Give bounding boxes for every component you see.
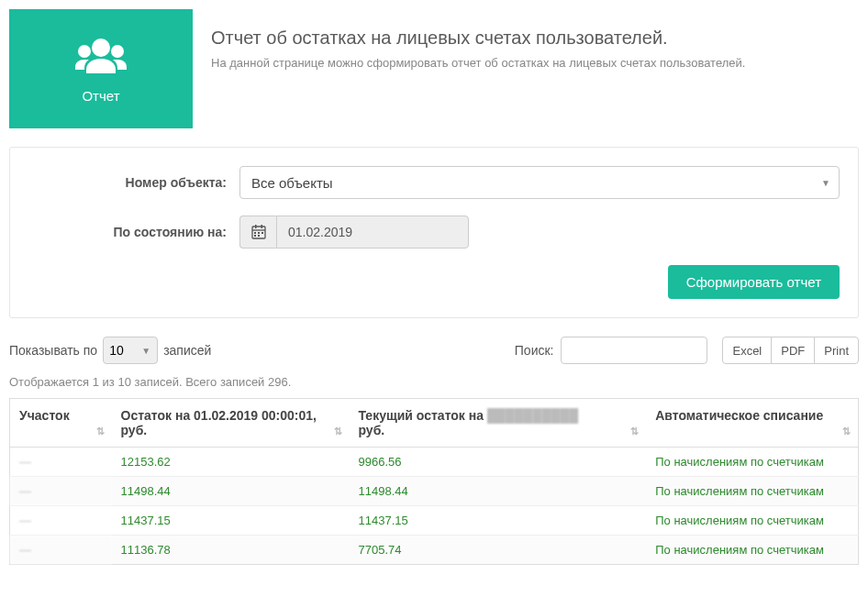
balances-table: Участок⇅ Остаток на 01.02.2019 00:00:01,… [9, 398, 859, 565]
sort-icon: ⇅ [842, 426, 851, 437]
search-label: Поиск: [515, 343, 554, 358]
svg-rect-6 [261, 225, 262, 228]
col-balance-at[interactable]: Остаток на 01.02.2019 00:00:01, руб.⇅ [112, 399, 350, 448]
table-row[interactable]: —11498.4411498.44По начислениям по счетч… [10, 477, 859, 506]
svg-rect-7 [254, 232, 256, 234]
report-icon-box: Отчет [9, 9, 193, 128]
cell-balance-at: 11437.15 [112, 506, 350, 536]
col-auto-writeoff[interactable]: Автоматическое списание⇅ [646, 399, 858, 448]
cell-balance-now: 11498.44 [350, 477, 647, 506]
svg-rect-11 [258, 235, 260, 237]
length-prefix: Показывать по [9, 343, 97, 358]
export-pdf-button[interactable]: PDF [771, 337, 815, 364]
cell-mode: По начислениям по счетчикам [646, 477, 858, 506]
cell-balance-at: 11136.78 [112, 536, 350, 565]
cell-mode: По начислениям по счетчикам [646, 506, 858, 536]
export-excel-button[interactable]: Excel [722, 337, 772, 364]
object-select[interactable]: Все объекты [239, 166, 840, 199]
sort-icon: ⇅ [96, 426, 105, 437]
svg-point-2 [111, 45, 124, 58]
cell-plot: — [10, 448, 112, 477]
cell-mode: По начислениям по счетчикам [646, 448, 858, 477]
length-suffix: записей [163, 343, 211, 358]
table-info: Отображается 1 из 10 записей. Всего запи… [9, 375, 859, 389]
col-balance-now[interactable]: Текущий остаток на ██████████руб.⇅ [350, 399, 647, 448]
svg-rect-9 [262, 232, 263, 234]
col-plot[interactable]: Участок⇅ [10, 399, 112, 448]
cell-balance-now: 9966.56 [350, 448, 647, 477]
object-label: Номер объекта: [28, 175, 239, 190]
svg-rect-8 [258, 232, 260, 234]
table-row[interactable]: —12153.629966.56По начислениям по счетчи… [10, 448, 859, 477]
cell-plot: — [10, 477, 112, 506]
svg-rect-10 [254, 235, 256, 237]
sort-icon: ⇅ [630, 426, 639, 437]
cell-balance-at: 12153.62 [112, 448, 350, 477]
page-subtitle: На данной странице можно сформировать от… [211, 56, 859, 70]
search-input[interactable] [561, 337, 707, 364]
svg-point-0 [92, 39, 110, 57]
svg-rect-5 [255, 225, 257, 228]
cell-plot: — [10, 506, 112, 536]
page-length-select[interactable]: 10 [103, 337, 158, 364]
icon-box-label: Отчет [82, 88, 119, 104]
cell-balance-now: 7705.74 [350, 536, 647, 565]
generate-report-button[interactable]: Сформировать отчет [668, 265, 840, 299]
calendar-button[interactable] [239, 216, 276, 249]
table-row[interactable]: —11136.787705.74По начислениям по счетчи… [10, 536, 859, 565]
table-row[interactable]: —11437.1511437.15По начислениям по счетч… [10, 506, 859, 536]
date-input[interactable] [276, 216, 469, 249]
sort-icon: ⇅ [334, 426, 342, 437]
users-icon [73, 35, 128, 81]
cell-mode: По начислениям по счетчикам [646, 536, 858, 565]
date-label: По состоянию на: [28, 225, 239, 239]
cell-plot: — [10, 536, 112, 565]
cell-balance-at: 11498.44 [112, 477, 350, 506]
svg-point-1 [78, 45, 91, 58]
print-button[interactable]: Print [814, 337, 859, 364]
cell-balance-now: 11437.15 [350, 506, 647, 536]
filter-panel: Номер объекта: Все объекты ▼ По состояни… [9, 147, 859, 318]
page-title: Отчет об остатках на лицевых счетах поль… [211, 28, 859, 49]
calendar-icon [251, 225, 266, 239]
